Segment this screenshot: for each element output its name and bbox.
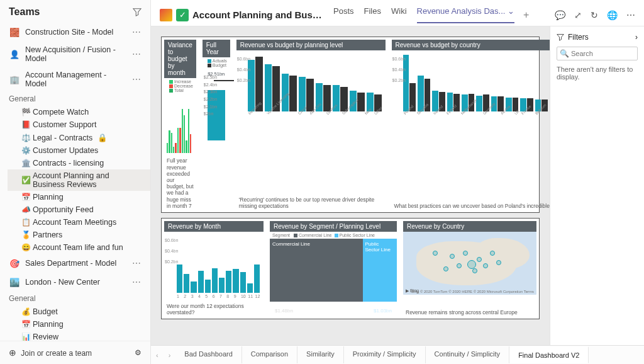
channel-item[interactable]: 📅Planning xyxy=(8,191,150,203)
channel-item[interactable]: 💰Budget xyxy=(8,305,150,318)
channel-icon: 📋 xyxy=(21,218,30,227)
channel-item[interactable]: 📣Opportunity Feed xyxy=(8,203,150,216)
settings-icon[interactable]: ⚙ xyxy=(135,348,142,357)
chevron-down-icon[interactable]: ⌄ xyxy=(505,6,514,16)
report-page-tab[interactable]: Similarity xyxy=(297,346,344,363)
powerbi-icon xyxy=(160,9,172,21)
team-item[interactable]: 👤New Acquisition / Fusion - Model⋯ xyxy=(0,42,150,67)
channel-general[interactable]: General xyxy=(0,92,150,106)
team-icon: 🎯 xyxy=(9,258,20,269)
card-map[interactable]: Revenue by Country xyxy=(403,221,536,316)
report-page-tabs: ‹ › Bad DashboardComparisonSimilarityPro… xyxy=(151,345,644,364)
lock-icon: 🔒 xyxy=(97,133,108,142)
channel-item[interactable]: 📊Review xyxy=(8,331,150,341)
report-page-tab[interactable]: Proximity / Simplicity xyxy=(344,346,426,363)
filter-icon xyxy=(557,33,564,41)
channel-item[interactable]: ⚖️Legal - Contracts🔒 xyxy=(8,131,150,144)
team-icon: 🏙️ xyxy=(9,276,20,288)
refresh-icon[interactable]: ↻ xyxy=(591,10,598,20)
channel-item[interactable]: ✅Account Planning and Business Reviews xyxy=(8,169,150,191)
channel-tab[interactable]: Revenue Analysis Das... ⌄ xyxy=(417,6,515,23)
channel-icon: 😄 xyxy=(21,243,30,252)
team-item[interactable]: 🏙️London - New Center⋯ xyxy=(0,273,150,292)
channel-icon: 🏛️ xyxy=(21,159,30,168)
filters-title: Filters xyxy=(568,33,589,42)
team-more-icon[interactable]: ⋯ xyxy=(132,258,142,268)
teams-heading: Teams xyxy=(9,6,40,18)
channel-item[interactable]: 🏅Partners xyxy=(8,229,150,241)
team-more-icon[interactable]: ⋯ xyxy=(132,27,142,37)
card-country[interactable]: Revenue vs budget by country $0.6bn$0.4b… xyxy=(392,40,550,210)
team-more-icon[interactable]: ⋯ xyxy=(132,49,142,59)
join-team-link[interactable]: ⊕ Join or create a team xyxy=(9,348,92,358)
card-revenue-month[interactable]: Revenue by Month $0.6bn$0.4bn$0.2bn 1234… xyxy=(164,221,264,316)
team-icon: 🧱 xyxy=(9,26,20,38)
report-page-tab[interactable]: Comparison xyxy=(242,346,297,363)
reply-icon[interactable]: 💬 xyxy=(555,10,565,20)
team-icon: 👤 xyxy=(9,48,20,60)
channel-item[interactable]: 📋Account Team Meetings xyxy=(8,216,150,229)
prev-page-icon[interactable]: ‹ xyxy=(151,351,164,359)
channel-general[interactable]: General xyxy=(0,292,150,305)
team-item[interactable]: 🏢Account Management - Model⋯ xyxy=(0,67,150,92)
report-page-tab[interactable]: Continuity / Simplicity xyxy=(426,346,510,363)
channel-item[interactable]: 😄Account Team life and fun xyxy=(8,241,150,254)
expand-icon[interactable]: ⤢ xyxy=(574,10,582,20)
channel-icon: 📕 xyxy=(21,120,30,129)
card-segment[interactable]: Revenue by Segment / Planning Level Segm… xyxy=(270,221,397,316)
card-full-year[interactable]: Full Year ActualsBudget $2.5bn$2.4bn$2.3… xyxy=(203,40,230,210)
channel-icon: 🏅 xyxy=(21,230,30,239)
filters-pane: Filters › 🔍 There aren't any filters to … xyxy=(550,26,644,345)
team-more-icon[interactable]: ⋯ xyxy=(132,277,142,287)
search-icon: 🔍 xyxy=(560,49,569,58)
team-icon: 🏢 xyxy=(9,74,20,85)
filters-empty-text: There aren't any filters to display. xyxy=(557,65,638,81)
chevron-right-icon[interactable]: › xyxy=(635,33,638,42)
next-page-icon[interactable]: › xyxy=(164,351,176,359)
channel-icon: 💰 xyxy=(21,307,30,316)
channel-icon: 📅 xyxy=(21,193,30,202)
globe-icon[interactable]: 🌐 xyxy=(607,10,618,20)
report-page-tab[interactable]: Bad Dashboard xyxy=(175,346,242,363)
channel-tab[interactable]: Posts xyxy=(333,6,354,23)
europe-map: ▶ Bing Bing © 2020 TomTom © 2020 HERE © … xyxy=(403,232,536,295)
channel-item[interactable]: 🏁Compete Watch xyxy=(8,106,150,118)
channel-icon: 📊 xyxy=(21,333,30,341)
channel-item[interactable]: ⚙️Customer Updates xyxy=(8,144,150,157)
channel-title: Account Planning and Busine... xyxy=(192,9,325,20)
team-item[interactable]: 🧱Construction Site - Model⋯ xyxy=(0,23,150,42)
channel-icon: 📣 xyxy=(21,205,30,214)
add-tab-button[interactable]: + xyxy=(523,9,529,21)
channel-icon: ⚙️ xyxy=(21,146,30,155)
dashboard-canvas: Variance to budget by month IncreaseDecr… xyxy=(151,26,550,345)
channel-tab-bar: ✓ Account Planning and Busine... PostsFi… xyxy=(151,0,644,26)
channel-icon: 🏁 xyxy=(21,108,30,117)
teams-sidebar: Teams 🧱Construction Site - Model⋯👤New Ac… xyxy=(0,0,151,364)
team-item[interactable]: 🎯Sales Department - Model⋯ xyxy=(0,254,150,273)
filter-icon[interactable] xyxy=(133,8,142,16)
channel-item[interactable]: 📅Planning xyxy=(8,318,150,331)
channel-icon: ✅ xyxy=(21,176,30,185)
card-variance[interactable]: Variance to budget by month IncreaseDecr… xyxy=(164,40,196,210)
channel-icon: ⚖️ xyxy=(21,134,30,142)
team-more-icon[interactable]: ⋯ xyxy=(132,74,142,84)
channel-tab[interactable]: Wiki xyxy=(391,6,407,23)
channel-item[interactable]: 🏛️Contracts - licensing xyxy=(8,157,150,169)
channel-item[interactable]: 📕Customer Support xyxy=(8,118,150,131)
report-page-tab[interactable]: Final Dashboard V2 xyxy=(509,346,589,363)
channel-tab[interactable]: Files xyxy=(364,6,381,23)
channel-icon: 📅 xyxy=(21,320,30,329)
channel-icon: ✓ xyxy=(176,9,189,21)
card-planning-level[interactable]: Revenue vs budget by planning level $0.6… xyxy=(236,40,386,210)
more-icon[interactable]: ⋯ xyxy=(626,10,635,20)
